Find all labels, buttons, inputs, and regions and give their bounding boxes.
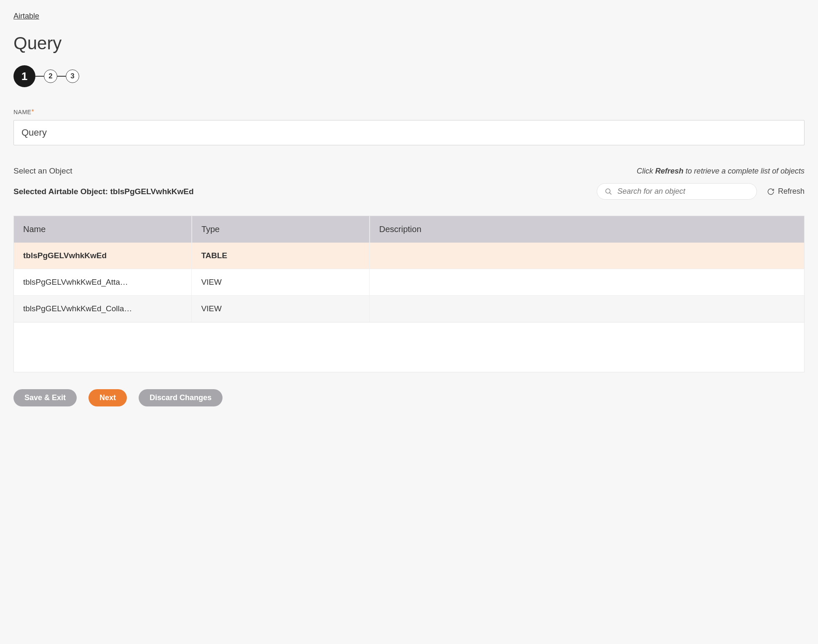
selected-object-value: tblsPgGELVwhkKwEd	[110, 187, 193, 196]
search-wrapper[interactable]	[597, 183, 757, 200]
cell-type: VIEW	[192, 269, 370, 296]
refresh-hint: Click Refresh to retrieve a complete lis…	[637, 167, 805, 176]
table-row[interactable]: tblsPgGELVwhkKwEd_Atta… VIEW	[14, 269, 804, 296]
breadcrumb-airtable[interactable]: Airtable	[13, 12, 39, 21]
col-header-type[interactable]: Type	[192, 216, 370, 243]
cell-description	[370, 296, 804, 322]
cell-type: VIEW	[192, 296, 370, 322]
page-title: Query	[13, 33, 805, 53]
refresh-hint-bold: Refresh	[655, 167, 684, 175]
step-2[interactable]: 2	[44, 69, 57, 83]
refresh-hint-prefix: Click	[637, 167, 655, 175]
name-label: NAME*	[13, 108, 805, 116]
table-empty-area	[14, 322, 804, 372]
refresh-button-label: Refresh	[778, 187, 805, 196]
table-row[interactable]: tblsPgGELVwhkKwEd TABLE	[14, 243, 804, 269]
refresh-button[interactable]: Refresh	[767, 187, 805, 196]
next-button[interactable]: Next	[89, 389, 127, 406]
cell-description	[370, 243, 804, 269]
cell-name: tblsPgGELVwhkKwEd_Colla…	[14, 296, 192, 322]
refresh-hint-suffix: to retrieve a complete list of objects	[684, 167, 805, 175]
selected-object-prefix: Selected Airtable Object:	[13, 187, 110, 196]
step-3[interactable]: 3	[66, 69, 79, 83]
cell-type: TABLE	[192, 243, 370, 269]
step-connector	[35, 76, 44, 77]
search-icon	[605, 188, 612, 195]
refresh-icon	[767, 188, 775, 195]
search-input[interactable]	[617, 187, 749, 196]
step-connector	[57, 76, 66, 77]
col-header-description[interactable]: Description	[370, 216, 804, 243]
object-table: Name Type Description tblsPgGELVwhkKwEd …	[13, 216, 805, 372]
required-marker: *	[31, 108, 34, 115]
selected-object-label: Selected Airtable Object: tblsPgGELVwhkK…	[13, 187, 194, 196]
step-1[interactable]: 1	[13, 65, 35, 87]
table-row[interactable]: tblsPgGELVwhkKwEd_Colla… VIEW	[14, 296, 804, 322]
discard-button[interactable]: Discard Changes	[139, 389, 223, 406]
select-object-label: Select an Object	[13, 166, 72, 176]
stepper: 1 2 3	[13, 65, 805, 87]
table-header-row: Name Type Description	[14, 216, 804, 243]
cell-name: tblsPgGELVwhkKwEd_Atta…	[14, 269, 192, 296]
cell-name: tblsPgGELVwhkKwEd	[14, 243, 192, 269]
name-label-text: NAME	[13, 109, 31, 115]
svg-line-1	[609, 192, 611, 195]
footer-buttons: Save & Exit Next Discard Changes	[13, 389, 805, 406]
svg-point-0	[606, 189, 610, 193]
cell-description	[370, 269, 804, 296]
name-input[interactable]	[13, 120, 805, 145]
col-header-name[interactable]: Name	[14, 216, 192, 243]
save-exit-button[interactable]: Save & Exit	[13, 389, 77, 406]
